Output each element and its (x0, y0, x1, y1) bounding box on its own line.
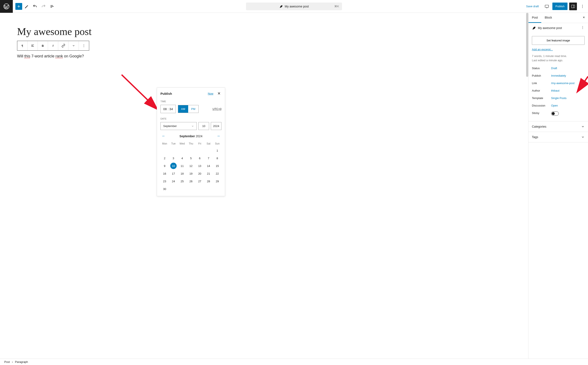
calendar-day[interactable]: 14 (205, 163, 212, 169)
calendar-day[interactable]: 23 (161, 178, 168, 184)
tab-post[interactable]: Post (528, 13, 541, 23)
close-icon[interactable]: ✕ (216, 91, 221, 96)
calendar-grid: MonTueWedThuFriSatSun1234567891011121314… (160, 141, 221, 193)
day-input[interactable]: 10 (198, 122, 209, 130)
editor-canvas[interactable]: My awesome post ¶ B I Will this 7-word a… (0, 13, 528, 358)
calendar-day[interactable]: 5 (188, 155, 194, 161)
close-sidebar-button[interactable]: ✕ (580, 13, 588, 23)
calendar-day[interactable]: 30 (161, 186, 168, 192)
publish-button[interactable]: Publish (552, 3, 567, 10)
svg-point-7 (84, 45, 84, 46)
next-month-button[interactable]: → (215, 134, 221, 138)
calendar-day[interactable]: 6 (196, 155, 203, 161)
svg-point-3 (582, 5, 583, 5)
calendar-day[interactable]: 7 (205, 155, 212, 161)
calendar-day[interactable]: 10 (170, 163, 177, 169)
tab-block[interactable]: Block (541, 13, 555, 23)
options-menu[interactable] (579, 3, 586, 10)
calendar-dow: Tue (169, 141, 178, 147)
svg-point-8 (84, 47, 84, 47)
now-link[interactable]: Now (208, 92, 213, 95)
link-button[interactable] (58, 41, 69, 50)
top-toolbar: My awesome post ⌘K Save draft Publish (0, 0, 588, 13)
calendar-day[interactable]: 18 (179, 170, 185, 177)
time-input[interactable]: 08 : 34 (160, 105, 176, 113)
calendar-day[interactable]: 13 (196, 163, 203, 169)
calendar-day[interactable]: 1 (214, 147, 220, 154)
settings-sidebar: Post Block ✕ My awesome post Set feature… (528, 13, 588, 358)
document-title-bar[interactable]: My awesome post ⌘K (246, 3, 342, 10)
settings-panel-toggle[interactable] (569, 3, 577, 10)
calendar-day[interactable]: 29 (214, 178, 220, 184)
breadcrumb-paragraph[interactable]: Paragraph (15, 360, 28, 364)
add-excerpt-link[interactable]: Add an excerpt... (532, 48, 553, 51)
sticky-toggle[interactable] (551, 112, 559, 116)
calendar-day[interactable]: 11 (179, 163, 185, 169)
calendar-day[interactable]: 25 (179, 178, 185, 184)
calendar-day[interactable]: 3 (170, 155, 177, 161)
link-value[interactable]: /my-awesome-post (551, 82, 574, 85)
calendar-day[interactable]: 27 (196, 178, 203, 184)
template-value[interactable]: Single Posts (551, 97, 567, 100)
align-button[interactable] (28, 41, 38, 50)
discussion-value[interactable]: Open (551, 104, 558, 107)
calendar-day[interactable]: 28 (205, 178, 212, 184)
post-title[interactable]: My awesome post (17, 26, 511, 37)
calendar-day[interactable]: 26 (188, 178, 194, 184)
breadcrumb: Post › Paragraph (0, 358, 588, 365)
timezone-label[interactable]: UTC+0 (213, 107, 221, 111)
block-options-button[interactable] (79, 41, 89, 50)
calendar-day[interactable]: 15 (214, 163, 220, 169)
set-featured-image-button[interactable]: Set featured image (532, 36, 585, 45)
save-draft-button[interactable]: Save draft (524, 3, 541, 10)
month-select[interactable]: September (160, 122, 197, 130)
svg-point-4 (582, 6, 583, 7)
prev-month-button[interactable]: ← (160, 134, 167, 138)
add-block-button[interactable] (15, 3, 22, 10)
calendar-day[interactable]: 21 (205, 170, 212, 177)
bold-button[interactable]: B (38, 41, 48, 50)
paragraph-block[interactable]: Will this 7-word article rank on Google? (17, 53, 511, 59)
keyboard-shortcut: ⌘K (334, 5, 339, 8)
pm-button[interactable]: PM (188, 105, 198, 113)
document-overview-button[interactable] (48, 2, 56, 11)
post-actions-menu[interactable] (581, 26, 585, 30)
wordpress-logo[interactable] (0, 0, 13, 13)
popup-title: Publish (160, 92, 172, 95)
calendar-day[interactable]: 2 (161, 155, 168, 161)
scrollbar[interactable] (526, 13, 528, 77)
paragraph-type-button[interactable]: ¶ (17, 41, 28, 50)
calendar-day[interactable]: 9 (161, 163, 168, 169)
sidebar-post-title: My awesome post (538, 26, 562, 30)
calendar-day[interactable]: 4 (179, 155, 185, 161)
undo-button[interactable] (31, 2, 39, 11)
more-formatting-button[interactable] (69, 41, 79, 50)
calendar-dow: Fri (196, 141, 204, 147)
am-button[interactable]: AM (178, 105, 188, 113)
tags-panel[interactable]: Tags (528, 132, 588, 142)
redo-button[interactable] (39, 2, 48, 11)
calendar-day[interactable]: 16 (161, 170, 168, 177)
calendar-dow: Thu (187, 141, 195, 147)
calendar-day[interactable]: 24 (170, 178, 177, 184)
calendar-day[interactable]: 8 (214, 155, 220, 161)
publish-value[interactable]: Immediately (551, 74, 566, 77)
svg-point-6 (84, 44, 84, 45)
categories-panel[interactable]: Categories (528, 121, 588, 132)
calendar-day[interactable]: 22 (214, 170, 220, 177)
calendar-day[interactable]: 19 (188, 170, 194, 177)
author-value[interactable]: thibaut (551, 89, 560, 92)
year-input[interactable]: 2024 (211, 122, 221, 130)
status-value[interactable]: Draft (551, 67, 557, 70)
time-section-label: TIME (160, 100, 221, 103)
breadcrumb-post[interactable]: Post (4, 360, 10, 364)
svg-point-10 (582, 26, 583, 27)
svg-rect-2 (572, 5, 575, 8)
tools-button[interactable] (22, 2, 31, 11)
calendar-day[interactable]: 17 (170, 170, 177, 177)
preview-button[interactable] (543, 3, 551, 10)
svg-line-9 (122, 75, 156, 108)
calendar-day[interactable]: 20 (196, 170, 203, 177)
italic-button[interactable]: I (48, 41, 58, 50)
calendar-day[interactable]: 12 (188, 163, 194, 169)
